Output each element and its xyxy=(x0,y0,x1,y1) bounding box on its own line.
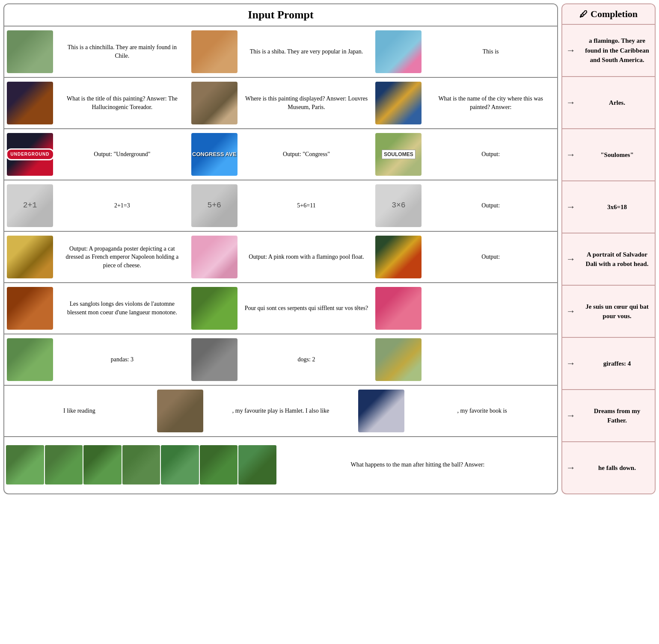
img-cell-underground: UNDERGROUND xyxy=(4,131,56,178)
arrow-8: → xyxy=(562,390,579,441)
img-cell-pandas xyxy=(4,336,56,383)
image-hearts xyxy=(375,287,422,330)
text-underground: Output: "Underground" xyxy=(56,147,189,162)
text-math2: 5+6=11 xyxy=(240,198,373,213)
img-cell-violin xyxy=(4,285,56,332)
img-cell-shiba xyxy=(189,28,240,75)
completion-8: Dreams from my Father. xyxy=(579,390,655,441)
img-cell-math3: 3×6 xyxy=(373,182,424,229)
input-prompt-panel: Input Prompt This is a chinchilla. They … xyxy=(3,3,558,494)
text-obama: , my favorite book is xyxy=(407,403,557,419)
golf-images-strip xyxy=(4,443,278,486)
text-shakespeare: , my favourite play is Hamlet. I also li… xyxy=(206,403,356,419)
image-chinchilla xyxy=(7,30,53,73)
image-dali xyxy=(375,236,422,278)
image-math3: 3×6 xyxy=(375,184,422,227)
arrow-9: → xyxy=(562,442,579,493)
prompt-row-1: This is a chinchilla. They are mainly fo… xyxy=(4,27,557,78)
completion-3: "Soulomes" xyxy=(579,129,655,180)
image-soulomes: SOULOMES xyxy=(375,133,422,176)
img-cell-napoleon-cat xyxy=(4,233,56,281)
prompt-row-8: I like reading , my favourite play is Ha… xyxy=(4,386,557,437)
img-cell-soulomes: SOULOMES xyxy=(373,131,424,178)
img-cell-wolves xyxy=(189,336,240,383)
congress-sign-text: CONGRESS AVE xyxy=(192,151,236,158)
completion-1: a flamingo. They are found in the Caribb… xyxy=(579,25,655,76)
text-congress: Output: "Congress" xyxy=(240,147,373,162)
img-cell-shakespeare xyxy=(154,387,206,434)
image-violin xyxy=(7,287,53,330)
text-monalisa: Where is this painting displayed? Answer… xyxy=(240,91,373,115)
math-text-1: 2+1 xyxy=(23,200,37,211)
image-snake xyxy=(191,287,237,330)
prompt-row-3: UNDERGROUND Output: "Underground" CONGRE… xyxy=(4,129,557,180)
text-hearts xyxy=(424,305,557,312)
text-output-math: Output: xyxy=(424,198,557,213)
golf-frame-7 xyxy=(238,445,276,484)
prompt-row-2: What is the title of this painting? Answ… xyxy=(4,78,557,129)
image-giraffes xyxy=(375,338,422,381)
img-cell-cafe xyxy=(373,80,424,127)
golf-frame-2 xyxy=(45,445,83,484)
image-pink-room xyxy=(191,236,237,278)
img-cell-snake xyxy=(189,285,240,332)
img-cell-chinchilla xyxy=(4,28,56,75)
math-text-2: 5+6 xyxy=(207,200,221,211)
prompt-row-9: What happens to the man after hitting th… xyxy=(4,437,557,493)
img-cell-hearts xyxy=(373,285,424,332)
img-cell-math1: 2+1 xyxy=(4,182,56,229)
completion-7: giraffes: 4 xyxy=(579,338,655,389)
arrow-3: → xyxy=(562,129,579,180)
completion-icon: 🖊 xyxy=(579,9,588,19)
image-toreador xyxy=(7,82,53,124)
arrow-5: → xyxy=(562,233,579,285)
soulomes-sign-text: SOULOMES xyxy=(382,150,416,160)
completion-2: Arles. xyxy=(579,77,655,128)
math-text-3: 3×6 xyxy=(392,200,405,211)
text-shiba: This is a shiba. They are very popular i… xyxy=(240,44,373,59)
image-congress: CONGRESS AVE xyxy=(191,133,237,176)
text-this-is: This is xyxy=(424,44,557,59)
image-math2: 5+6 xyxy=(191,184,237,227)
img-cell-obama xyxy=(356,387,407,434)
golf-frame-6 xyxy=(200,445,238,484)
text-giraffes xyxy=(424,356,557,363)
prompt-row-6: Les sanglots longs des violons de l'auto… xyxy=(4,283,557,334)
image-monalisa xyxy=(191,82,237,124)
img-cell-giraffes xyxy=(373,336,424,383)
completion-header: 🖊 Completion xyxy=(562,4,655,25)
text-reading: I like reading xyxy=(4,403,154,419)
arrow-2: → xyxy=(562,77,579,128)
img-cell-dali xyxy=(373,233,424,281)
completion-title: Completion xyxy=(591,9,638,20)
golf-frame-5 xyxy=(161,445,199,484)
golf-frame-4 xyxy=(122,445,160,484)
prompt-row-4: 2+1 2+1=3 5+6 5+6=11 3×6 Output: xyxy=(4,180,557,232)
img-cell-toreador xyxy=(4,80,56,127)
img-cell-monalisa xyxy=(189,80,240,127)
img-cell-congress: CONGRESS AVE xyxy=(189,131,240,178)
main-container: Input Prompt This is a chinchilla. They … xyxy=(0,0,659,498)
image-underground: UNDERGROUND xyxy=(7,133,53,176)
text-output-soulomes: Output: xyxy=(424,147,557,162)
image-shakespeare xyxy=(157,390,203,432)
image-cafe xyxy=(375,82,422,124)
text-snake: Pour qui sont ces serpents qui sifflent … xyxy=(240,301,373,316)
completion-4: 3x6=18 xyxy=(579,181,655,233)
arrow-4: → xyxy=(562,181,579,233)
prompt-row-5: Output: A propaganda poster depicting a … xyxy=(4,232,557,283)
text-violin: Les sanglots longs des violons de l'auto… xyxy=(56,296,189,320)
image-flamingo1 xyxy=(375,30,422,73)
text-chinchilla: This is a chinchilla. They are mainly fo… xyxy=(56,40,189,63)
input-prompt-header: Input Prompt xyxy=(4,4,557,27)
text-pink-room: Output: A pink room with a flamingo pool… xyxy=(240,249,373,265)
arrow-7: → xyxy=(562,338,579,389)
prompt-row-7: pandas: 3 dogs: 2 xyxy=(4,334,557,386)
completion-9: he falls down. xyxy=(579,442,655,493)
completion-6: Je suis un cœur qui bat pour vous. xyxy=(579,286,655,337)
img-cell-pink-room xyxy=(189,233,240,281)
image-napoleon-cat xyxy=(7,236,53,278)
underground-sign-text: UNDERGROUND xyxy=(7,148,53,160)
image-math1: 2+1 xyxy=(7,184,53,227)
text-toreador: What is the title of this painting? Answ… xyxy=(56,91,189,115)
